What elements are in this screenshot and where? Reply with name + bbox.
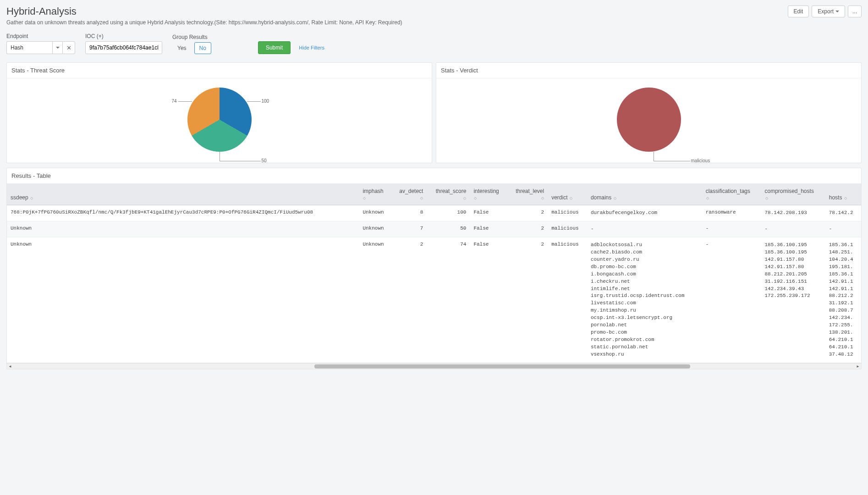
sort-icon: ◇ [570, 197, 572, 200]
col-av-detect[interactable]: av_detect◇ [391, 184, 427, 205]
sort-icon: ◇ [541, 197, 544, 200]
sort-icon: ◇ [463, 197, 466, 200]
sort-icon: ◇ [363, 197, 366, 200]
pie-label-50: 50 [262, 158, 267, 163]
ioc-input[interactable] [85, 41, 162, 54]
cell: False [470, 221, 507, 237]
cell: False [470, 205, 507, 221]
col-domains[interactable]: domains ◇ [587, 184, 702, 205]
horizontal-scrollbar[interactable]: ◄ ► [7, 363, 861, 369]
endpoint-value: Hash [11, 44, 23, 51]
endpoint-clear-button[interactable]: ✕ [62, 41, 75, 54]
cell: malicious [548, 237, 587, 363]
col-classification-tags[interactable]: classification_tags◇ [702, 184, 761, 205]
threat-score-title: Stats - Threat Score [7, 63, 432, 78]
col-imphash[interactable]: imphash◇ [359, 184, 391, 205]
export-button[interactable]: Export [812, 6, 845, 17]
group-no-button[interactable]: No [194, 42, 211, 54]
cell: adblockotsosal.ru cache2.biasdo.com coun… [587, 237, 702, 363]
scroll-left-arrow[interactable]: ◄ [7, 363, 13, 369]
cell: Unknown [359, 221, 391, 237]
endpoint-caret-button[interactable] [52, 41, 62, 54]
threat-score-panel: Stats - Threat Score 100 50 74 [6, 62, 432, 163]
cell: 50 [427, 221, 470, 237]
col-interesting[interactable]: interesting◇ [470, 184, 507, 205]
table-row: UnknownUnknown274False2maliciousadblocko… [7, 237, 861, 363]
pie-label-74: 74 [172, 99, 177, 104]
table-row: UnknownUnknown750False2malicious---- [7, 221, 861, 237]
hide-filters-link[interactable]: Hide Filters [299, 45, 324, 50]
col-hosts[interactable]: hosts ◇ [825, 184, 861, 205]
cell: 2 [507, 221, 548, 237]
group-results-label: Group Results [172, 34, 211, 40]
cell: malicious [548, 205, 587, 221]
cell: 78.142.208.193 [761, 205, 825, 221]
cell: 100 [427, 205, 470, 221]
cell: - [702, 237, 761, 363]
sort-icon: ◇ [614, 197, 616, 200]
cell: durakbufecengelkoy.com [587, 205, 702, 221]
cell: False [470, 237, 507, 363]
cell: 74 [427, 237, 470, 363]
threat-score-pie: 100 50 74 [187, 88, 252, 152]
caret-down-icon [56, 47, 60, 49]
cell: malicious [548, 221, 587, 237]
caret-down-icon [835, 11, 839, 12]
cell: - [825, 221, 861, 237]
export-label: Export [818, 8, 834, 15]
sort-icon: ◇ [765, 197, 768, 200]
cell: 78.142.2 [825, 205, 861, 221]
cell: 185.36.1 148.251. 104.20.4 195.181. 185.… [825, 237, 861, 363]
edit-button[interactable]: Edit [788, 6, 809, 17]
ioc-label: IOC (+) [85, 33, 162, 39]
cell: 2 [391, 237, 427, 363]
table-row: 768:P0jK+7fPG760uSiRXoZBKqfl/nmc/Q/Fk3fj… [7, 205, 861, 221]
results-table-scroll[interactable]: ssdeep ◇ imphash◇ av_detect◇ threat_scor… [7, 184, 861, 363]
scroll-right-arrow[interactable]: ► [855, 363, 861, 369]
cell: 2 [507, 237, 548, 363]
page-title: Hybrid-Analysis [6, 6, 77, 17]
cell: Unknown [7, 237, 359, 363]
sort-icon: ◇ [30, 197, 33, 200]
scrollbar-thumb[interactable] [314, 364, 690, 368]
cell: - [702, 221, 761, 237]
sort-icon: ◇ [420, 197, 423, 200]
cell: 2 [507, 205, 548, 221]
col-verdict[interactable]: verdict ◇ [548, 184, 587, 205]
col-compromised-hosts[interactable]: compromised_hosts◇ [761, 184, 825, 205]
cell: Unknown [359, 237, 391, 363]
cell: 185.36.100.195 185.36.100.195 142.91.157… [761, 237, 825, 363]
sort-icon: ◇ [706, 197, 709, 200]
sort-icon: ◇ [844, 197, 847, 200]
results-table: ssdeep ◇ imphash◇ av_detect◇ threat_scor… [7, 184, 861, 363]
verdict-panel: Stats - Verdict malicious [436, 62, 862, 163]
more-button[interactable]: ... [848, 6, 862, 17]
pie-label-malicious: malicious [691, 158, 710, 163]
cell: 8 [391, 205, 427, 221]
verdict-pie: malicious [617, 88, 681, 152]
submit-button[interactable]: Submit [258, 41, 291, 54]
group-yes-button[interactable]: Yes [172, 42, 192, 54]
cell: ransomware [702, 205, 761, 221]
cell: Unknown [7, 221, 359, 237]
cell: - [587, 221, 702, 237]
col-threat-level[interactable]: threat_level◇ [507, 184, 548, 205]
cell: Unknown [359, 205, 391, 221]
pie-label-100: 100 [262, 99, 269, 104]
page-subtitle: Gather data on unknown threats analyzed … [6, 19, 862, 26]
sort-icon: ◇ [474, 197, 477, 200]
cell: - [761, 221, 825, 237]
close-icon: ✕ [66, 44, 71, 51]
endpoint-label: Endpoint [6, 33, 75, 39]
cell: 768:P0jK+7fPG760uSiRXoZBKqfl/nmc/Q/Fk3fj… [7, 205, 359, 221]
col-ssdeep[interactable]: ssdeep ◇ [7, 184, 359, 205]
cell: 7 [391, 221, 427, 237]
col-threat-score[interactable]: threat_score◇ [427, 184, 470, 205]
results-title: Results - Table [7, 168, 861, 184]
verdict-title: Stats - Verdict [436, 63, 861, 78]
endpoint-select[interactable]: Hash [6, 41, 52, 54]
